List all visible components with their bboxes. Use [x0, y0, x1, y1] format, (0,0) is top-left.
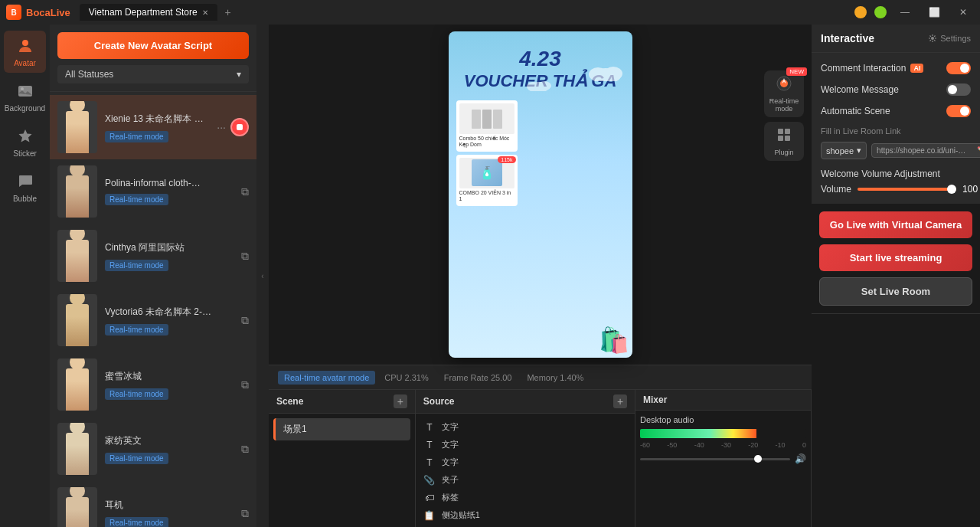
sidebar-item-background[interactable]: Background — [4, 76, 46, 118]
interactive-title: Interactive — [821, 32, 874, 44]
avatar-mode-badge: Real-time mode — [105, 131, 168, 142]
welcome-message-toggle[interactable] — [946, 83, 971, 96]
avatar-actions: ⧉ — [241, 314, 249, 327]
avatar-name: 耳机 — [105, 499, 234, 512]
copy-icon[interactable]: ⧉ — [241, 314, 249, 327]
source-item[interactable]: T 文字 — [420, 418, 630, 436]
source-item[interactable]: T 文字 — [420, 453, 630, 471]
status-filter[interactable]: All Statuses ▾ — [57, 65, 249, 83]
copy-icon[interactable]: ⧉ — [241, 185, 249, 198]
sidebar-item-bubble[interactable]: Bubble — [4, 166, 46, 208]
settings-button[interactable]: Settings — [928, 34, 971, 43]
copy-icon[interactable]: ⧉ — [241, 507, 249, 520]
cloud-decoration — [586, 62, 625, 84]
avatar-thumbnail — [57, 101, 97, 153]
list-item[interactable]: Cinthya 阿里国际站 Real-time mode ⧉ — [50, 224, 256, 288]
source-item[interactable]: 📄 20240318_123627 — [420, 524, 630, 527]
avatar-actions: ⧉ — [241, 250, 249, 263]
more-options-icon[interactable]: ··· — [215, 119, 227, 135]
icon-green — [874, 6, 887, 18]
copy-icon[interactable]: ⧉ — [241, 443, 249, 456]
add-scene-button[interactable]: + — [394, 394, 407, 408]
mixer-panel: Mixer Desktop audio -60 -50 -40 -30 -20 … — [635, 390, 812, 527]
sidebar-item-avatar[interactable]: Avatar — [4, 31, 46, 73]
sidebar-item-sticker[interactable]: Sticker — [4, 121, 46, 163]
avatar-mode-badge: Real-time mode — [105, 194, 168, 205]
source-item-name: 文字 — [442, 439, 459, 450]
tab-bar: Vietnam Department Store ✕ + — [80, 4, 236, 21]
list-item[interactable]: 蜜雪冰城 Real-time mode ⧉ — [50, 352, 256, 417]
preview-area: 4.23 VOUCHER THẢ GA Comb — [269, 25, 812, 389]
tick-label: -30 — [721, 441, 731, 449]
set-live-room-button[interactable]: Set Live Room — [819, 277, 972, 306]
chevron-left-icon: ‹ — [261, 272, 263, 280]
frame-rate-status: Frame Rate 25.00 — [438, 373, 518, 382]
platform-select[interactable]: shopee ▾ — [821, 142, 867, 159]
volume-slider-row: 🔊 — [640, 453, 806, 464]
tick-label: -60 — [640, 441, 650, 449]
icon-yellow — [854, 6, 867, 18]
comment-interaction-toggle[interactable] — [946, 62, 971, 74]
list-item[interactable]: Vyctoria6 未命名脚本 2-… Real-time mode ⧉ — [50, 288, 256, 352]
minimize-button[interactable]: — — [894, 2, 916, 23]
mixer-volume-slider[interactable] — [640, 458, 790, 460]
collapse-panel-handle[interactable]: ‹ — [256, 25, 269, 527]
tick-label: -50 — [667, 441, 677, 449]
ai-badge: AI — [910, 64, 923, 73]
svg-point-16 — [931, 37, 934, 40]
start-live-streaming-button[interactable]: Start live streaming — [819, 244, 972, 271]
mixer-panel-title: Mixer — [643, 394, 667, 405]
source-item[interactable]: 📋 侧边贴纸1 — [420, 506, 630, 524]
volume-bar-fill — [640, 429, 756, 438]
create-avatar-button[interactable]: Create New Avatar Script — [57, 32, 249, 59]
list-item[interactable]: 家纺英文 Real-time mode ⧉ — [50, 417, 256, 481]
add-tab-button[interactable]: + — [220, 5, 236, 20]
avatar-actions: ⧉ — [241, 378, 249, 391]
copy-icon[interactable]: ⧉ — [241, 250, 249, 263]
close-button[interactable]: ✕ — [952, 2, 974, 23]
svg-point-0 — [22, 40, 28, 46]
active-tab[interactable]: Vietnam Department Store ✕ — [80, 4, 217, 21]
maximize-button[interactable]: ⬜ — [923, 2, 945, 23]
list-item[interactable]: Polina-informal cloth-… Real-time mode ⧉ — [50, 159, 256, 224]
edit-icon[interactable]: ✏️ — [977, 146, 980, 155]
live-room-link-input[interactable] — [877, 146, 974, 155]
new-badge: NEW — [786, 67, 807, 76]
text-source-icon: T — [423, 440, 436, 450]
tab-close-icon[interactable]: ✕ — [202, 8, 208, 17]
realtime-icon — [776, 75, 792, 96]
plugin-button[interactable]: Plugin — [764, 122, 804, 161]
list-item[interactable]: Xienie 13 未命名脚本 2… Real-time mode ··· — [50, 95, 256, 159]
go-live-virtual-camera-button[interactable]: Go Live with Virtual Camera — [819, 211, 972, 238]
source-item-name: 文字 — [442, 421, 459, 433]
source-item[interactable]: T 文字 — [420, 436, 630, 453]
record-button[interactable] — [230, 118, 249, 136]
clip-source-icon: 📎 — [423, 475, 436, 486]
comment-interaction-row: Comment Interaction AI — [821, 62, 971, 74]
source-item-name: 标签 — [442, 492, 459, 503]
welcome-message-row: Welcome Message — [821, 83, 971, 96]
speaker-icon[interactable]: 🔊 — [795, 453, 806, 464]
avatar-actions: ⧉ — [241, 507, 249, 520]
tab-label: Vietnam Department Store — [89, 7, 198, 18]
avatar-actions: ⧉ — [241, 443, 249, 456]
add-source-button[interactable]: + — [613, 394, 627, 408]
text-source-icon: T — [423, 422, 436, 433]
avatar-info: 家纺英文 Real-time mode — [105, 434, 234, 464]
svg-rect-1 — [18, 86, 32, 97]
preview-content: 4.23 VOUCHER THẢ GA Comb — [449, 31, 632, 358]
titlebar-icons: — ⬜ ✕ — [854, 2, 974, 23]
source-item[interactable]: 🏷 标签 — [420, 489, 630, 506]
realtime-mode-button[interactable]: NEW Real-time mode — [764, 70, 804, 117]
scene-item[interactable]: 场景1 — [273, 418, 410, 440]
source-item[interactable]: 📎 夹子 — [420, 471, 630, 489]
copy-icon[interactable]: ⧉ — [241, 378, 249, 391]
automatic-scene-toggle[interactable] — [946, 105, 971, 117]
right-action-panel: Go Live with Virtual Camera Start live s… — [812, 204, 980, 314]
volume-bar — [640, 429, 806, 438]
list-item[interactable]: 耳机 Real-time mode ⧉ — [50, 481, 256, 527]
welcome-volume-slider[interactable] — [858, 188, 956, 191]
avatar-mode-badge: Real-time mode — [105, 260, 168, 271]
sticker-icon — [15, 126, 36, 147]
background-icon — [15, 80, 36, 102]
